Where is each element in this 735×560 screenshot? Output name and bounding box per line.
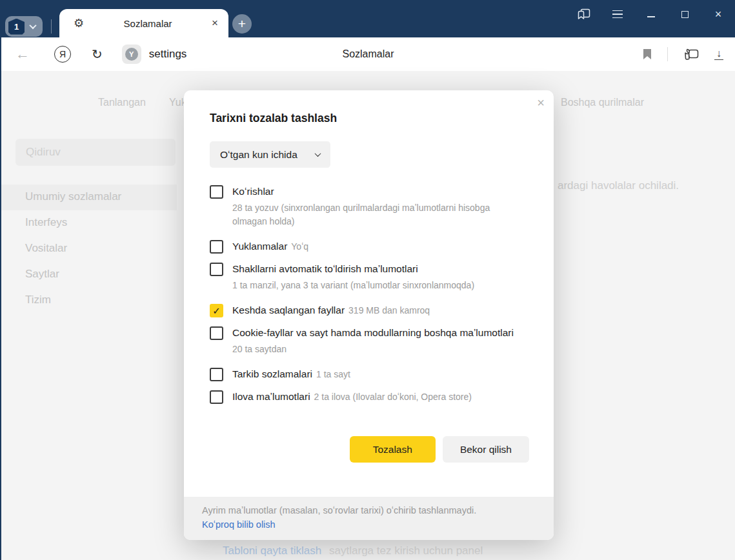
clear-item-detail: 28 ta yozuv (sinxronlangan qurilmalardag… — [232, 201, 490, 228]
clear-item-detail: 1 ta manzil, yana 3 ta variant (maʼlumot… — [232, 279, 474, 292]
clear-item-label: Koʻrishlar — [232, 186, 274, 197]
clear-item-note: 319 MB dan kamroq — [348, 305, 430, 315]
sidebar-item-saytlar[interactable]: Saytlar — [25, 268, 59, 281]
checkbox-unchecked[interactable] — [210, 390, 223, 404]
menu-icon[interactable] — [610, 6, 625, 22]
clear-button[interactable]: Tozalash — [350, 436, 436, 463]
clear-item-note: Yoʻq — [291, 241, 308, 252]
tab-sozlamalar[interactable]: ⚙ Sozlamalar × — [59, 9, 228, 37]
checkbox-unchecked[interactable] — [210, 368, 223, 381]
url-text[interactable]: settings — [149, 48, 187, 61]
tableau-description: saytlarga tez kirish uchun panel — [329, 545, 483, 557]
tab-count-badge: 1 — [8, 19, 25, 35]
page-title: Sozlamalar — [1, 48, 735, 60]
restore-tableau-link[interactable]: Tabloni qayta tiklash — [223, 545, 321, 557]
settings-tab-tanlangan[interactable]: Tanlangan — [98, 97, 146, 108]
period-select-value: Oʻtgan kun ichida — [220, 149, 297, 161]
clear-item-app-data[interactable]: Ilova maʼlumotlari2 ta ilova (Ilovalar d… — [210, 390, 529, 404]
clear-item-label: Tarkib sozlamalari — [232, 368, 312, 379]
clear-history-dialog: × Tarixni tozalab tashlash Oʻtgan kun ic… — [184, 90, 554, 540]
checkbox-checked[interactable]: ✓ — [210, 304, 223, 317]
sidebar-item-tizim[interactable]: Tizim — [25, 294, 51, 306]
divider — [51, 19, 52, 34]
check-icon: ✓ — [212, 306, 221, 315]
tab-close-icon[interactable]: × — [212, 17, 218, 30]
checkbox-unchecked[interactable] — [210, 240, 223, 254]
clear-item-note: 1 ta sayt — [316, 369, 350, 379]
sidebar-item-umumiy[interactable]: Umumiy sozlamalar — [25, 190, 121, 203]
collections-icon[interactable] — [683, 48, 699, 61]
clear-item-cookies[interactable]: Cookie-fayllar va sayt hamda modullarnin… — [210, 326, 529, 359]
sidebar-item-vositalar[interactable]: Vositalar — [25, 242, 67, 255]
browser-top-bar: 1 ⚙ Sozlamalar × + × — [0, 0, 735, 37]
learn-more-link[interactable]: Koʻproq bilib olish — [202, 517, 528, 532]
window-close-icon[interactable]: × — [710, 6, 726, 22]
tab-title: Sozlamalar — [84, 18, 212, 29]
search-placeholder: Qidiruv — [26, 146, 61, 159]
clear-item-label: Yuklanmalar — [232, 241, 287, 252]
period-select[interactable]: Oʻtgan kun ichida — [210, 141, 330, 168]
cancel-button[interactable]: Bekor qilish — [443, 436, 529, 463]
dialog-title: Tarixni tozalab tashlash — [210, 112, 528, 125]
bookmarks-panel-icon[interactable] — [576, 6, 592, 22]
clear-item-note: 2 ta ilova (Ilovalar doʻkoni, Opera stor… — [314, 392, 472, 402]
clear-item-views[interactable]: Koʻrishlar 28 ta yozuv (sinxronlangan qu… — [210, 185, 529, 231]
settings-search-input[interactable]: Qidiruv — [15, 139, 176, 166]
maximize-icon[interactable] — [677, 6, 692, 22]
dialog-close-icon[interactable]: × — [537, 95, 545, 110]
clear-item-cache[interactable]: ✓ Keshda saqlangan fayllar319 MB dan kam… — [210, 303, 529, 317]
chevron-down-icon — [29, 22, 36, 29]
clear-item-autofill[interactable]: Shakllarni avtomatik toʻldirish maʼlumot… — [210, 262, 529, 295]
refresh-icon[interactable]: ↻ — [92, 46, 103, 62]
clear-item-downloads[interactable]: YuklanmalarYoʻq — [210, 239, 529, 254]
clear-item-content-settings[interactable]: Tarkib sozlamalari1 ta sayt — [210, 367, 529, 381]
clear-item-label: Ilova maʼlumotlari — [232, 391, 310, 402]
background-text-fragment: ardagi havolalar ochiladi. — [558, 179, 679, 192]
settings-page-background: Tanlangan Yuklanmalar Boshqa qurilmalar … — [1, 71, 735, 560]
bookmark-icon[interactable] — [643, 48, 652, 60]
back-icon[interactable]: ← — [15, 46, 30, 63]
clear-item-label: Shakllarni avtomatik toʻldirish maʼlumot… — [232, 263, 418, 274]
checkbox-unchecked[interactable] — [210, 263, 223, 276]
site-icon: Y — [122, 45, 141, 64]
new-tab-button[interactable]: + — [232, 14, 252, 34]
address-bar: ← Я ↻ Y settings Sozlamalar ↓ — [1, 37, 735, 71]
gear-icon: ⚙ — [74, 17, 84, 29]
sidebar-item-interfeys[interactable]: Interfeys — [25, 216, 67, 229]
footer-disclaimer: Ayrim maʼlumotlar (masalan, soʻrovlar ta… — [202, 505, 476, 515]
checkbox-unchecked[interactable] — [210, 326, 223, 340]
yandex-logo-icon[interactable]: Я — [54, 46, 71, 63]
clear-item-label: Keshda saqlangan fayllar — [232, 305, 345, 315]
minimize-icon[interactable] — [643, 6, 659, 22]
tab-counter-button[interactable]: 1 — [5, 16, 43, 37]
divider — [667, 47, 668, 61]
dialog-footer: Ayrim maʼlumotlar (masalan, soʻrovlar ta… — [184, 497, 554, 540]
download-icon[interactable]: ↓ — [714, 48, 723, 61]
clear-item-detail: 20 ta saytdan — [232, 343, 514, 356]
settings-tab-boshqa-qurilmalar[interactable]: Boshqa qurilmalar — [561, 97, 644, 108]
clear-item-label: Cookie-fayllar va sayt hamda modullarnin… — [232, 327, 514, 338]
checkbox-unchecked[interactable] — [210, 185, 223, 199]
chevron-down-icon — [314, 150, 321, 157]
